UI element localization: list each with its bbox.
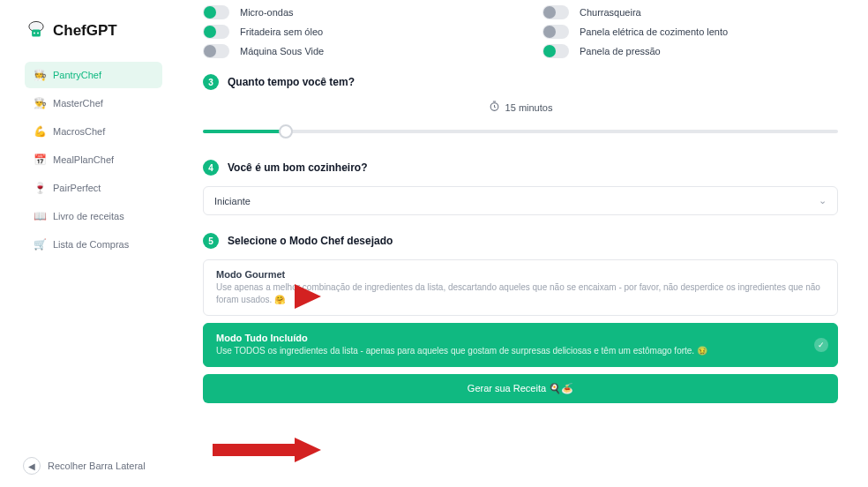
wine-icon: 🍷 <box>34 182 46 194</box>
sidebar-item-label: MacrosChef <box>53 126 105 137</box>
sidebar-item-label: MealPlanChef <box>53 154 114 165</box>
sidebar-item-macroschef[interactable]: 💪 MacrosChef <box>25 118 162 145</box>
calendar-icon: 📅 <box>34 154 46 166</box>
step-mode: 5 Selecione o Modo Chef desejado Modo Go… <box>203 233 838 403</box>
mode-title: Modo Gourmet <box>216 269 825 280</box>
tool-label: Máquina Sous Vide <box>240 46 324 56</box>
mode-gourmet[interactable]: Modo Gourmet Use apenas a melhor combina… <box>203 259 838 316</box>
step-time: 3 Quanto tempo você tem? 15 minutos <box>203 74 838 140</box>
section-title: Você é um bom cozinheiro? <box>228 161 367 174</box>
generate-button[interactable]: Gerar sua Receita 🍳🍝 <box>203 374 838 403</box>
logo-icon <box>25 19 48 42</box>
tool-microwave: Micro-ondas <box>203 5 498 19</box>
tool-sousvide: Máquina Sous Vide <box>203 44 498 58</box>
collapse-sidebar-button[interactable]: ◀ Recolher Barra Lateral <box>23 457 146 475</box>
step-badge: 5 <box>203 233 219 249</box>
svg-point-3 <box>37 32 39 34</box>
toggle-grill[interactable] <box>542 5 569 19</box>
chef-icon: 🧑‍🍳 <box>34 69 46 81</box>
sidebar-item-mealplanchef[interactable]: 📅 MealPlanChef <box>25 146 162 173</box>
sidebar-nav: 🧑‍🍳 PantryChef 👨‍🍳 MasterChef 💪 MacrosCh… <box>25 62 162 258</box>
logo: ChefGPT <box>25 19 162 42</box>
step-skill: 4 Você é um bom cozinheiro? Iniciante ⌄ <box>203 160 838 215</box>
skill-select[interactable]: Iniciante ⌄ <box>203 186 838 215</box>
time-display: 15 minutos <box>203 101 838 114</box>
tool-label: Fritadeira sem óleo <box>240 26 323 37</box>
tool-airfryer: Fritadeira sem óleo <box>203 25 498 39</box>
logo-text: ChefGPT <box>53 22 117 40</box>
svg-rect-1 <box>32 29 41 36</box>
mode-title: Modo Tudo Incluído <box>216 333 825 343</box>
collapse-icon: ◀ <box>23 457 41 475</box>
toggle-microwave[interactable] <box>203 5 229 19</box>
mode-all-included[interactable]: Modo Tudo Incluído Use TODOS os ingredie… <box>203 323 838 367</box>
tool-label: Micro-ondas <box>240 7 294 18</box>
mode-desc: Use TODOS os ingredientes da lista - ape… <box>216 345 825 357</box>
toggle-pressurecooker[interactable] <box>542 44 569 58</box>
tool-slowcooker: Panela elétrica de cozimento lento <box>542 25 838 39</box>
section-title: Quanto tempo você tem? <box>228 76 355 88</box>
tool-label: Panela de pressão <box>580 46 661 56</box>
timer-icon <box>489 101 500 114</box>
sidebar-item-shoppinglist[interactable]: 🛒 Lista de Compras <box>25 231 162 258</box>
sidebar: ChefGPT 🧑‍🍳 PantryChef 👨‍🍳 MasterChef 💪 … <box>0 0 176 487</box>
toggle-slowcooker[interactable] <box>542 25 569 39</box>
tool-label: Churrasqueira <box>580 7 641 18</box>
toggle-airfryer[interactable] <box>203 25 229 39</box>
slider-thumb[interactable] <box>279 124 293 139</box>
sidebar-item-label: PairPerfect <box>53 183 101 193</box>
sidebar-item-label: PantryChef <box>53 70 101 80</box>
cart-icon: 🛒 <box>34 238 46 251</box>
sidebar-item-pairperfect[interactable]: 🍷 PairPerfect <box>25 175 162 201</box>
toggle-sousvide[interactable] <box>203 44 229 58</box>
tool-label: Panela elétrica de cozimento lento <box>580 26 728 37</box>
tool-grill: Churrasqueira <box>542 5 838 19</box>
sidebar-item-label: Livro de receitas <box>53 211 124 221</box>
step-badge: 3 <box>203 74 219 90</box>
sidebar-item-pantrychef[interactable]: 🧑‍🍳 PantryChef <box>25 62 162 88</box>
time-value: 15 minutos <box>505 102 553 113</box>
chevron-down-icon: ⌄ <box>819 195 827 206</box>
sidebar-item-recipebook[interactable]: 📖 Livro de receitas <box>25 203 162 229</box>
tool-pressurecooker: Panela de pressão <box>542 44 838 58</box>
sidebar-item-label: MasterChef <box>53 98 103 109</box>
tools-grid: Micro-ondas Churrasqueira Fritadeira sem… <box>203 5 838 58</box>
main-content: Micro-ondas Churrasqueira Fritadeira sem… <box>176 0 868 487</box>
sidebar-item-masterchef[interactable]: 👨‍🍳 MasterChef <box>25 90 162 116</box>
svg-point-2 <box>34 32 35 34</box>
muscle-icon: 💪 <box>34 125 46 138</box>
time-slider[interactable] <box>203 123 838 140</box>
sidebar-item-label: Lista de Compras <box>53 239 129 250</box>
section-title: Selecione o Modo Chef desejado <box>228 235 393 247</box>
book-icon: 📖 <box>34 210 46 222</box>
check-icon: ✓ <box>814 338 828 352</box>
step-badge: 4 <box>203 160 219 176</box>
collapse-label: Recolher Barra Lateral <box>48 461 146 471</box>
mode-desc: Use apenas a melhor combinação de ingred… <box>216 281 825 306</box>
select-value: Iniciante <box>214 196 251 206</box>
chef-icon: 👨‍🍳 <box>34 97 46 109</box>
